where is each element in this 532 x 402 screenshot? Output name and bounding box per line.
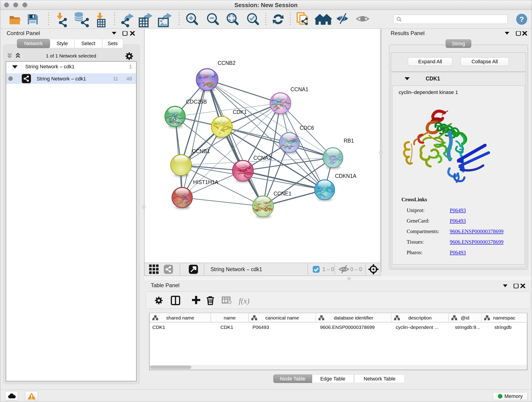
svg-text:HIST1H1A: HIST1H1A: [193, 179, 219, 185]
svg-text:CCNB2: CCNB2: [218, 60, 235, 66]
svg-text:f(x): f(x): [239, 297, 249, 305]
svg-text:0 – 0: 0 – 0: [350, 266, 362, 272]
svg-text:CCNE1: CCNE1: [273, 191, 291, 197]
svg-text:String Network – cdk1: String Network – cdk1: [210, 266, 262, 272]
svg-text:CCNB1: CCNB1: [192, 148, 210, 154]
svg-text:CDKN1A: CDKN1A: [335, 173, 356, 179]
svg-text:CCNA1: CCNA1: [291, 86, 308, 92]
svg-text:1 – 0: 1 – 0: [322, 266, 334, 272]
svg-text:CDK1: CDK1: [233, 109, 247, 115]
svg-text:CDC25B: CDC25B: [186, 99, 207, 105]
svg-text:RB1: RB1: [344, 138, 354, 144]
svg-text:CCNA2: CCNA2: [253, 155, 271, 161]
svg-text:CDC6: CDC6: [300, 125, 314, 131]
